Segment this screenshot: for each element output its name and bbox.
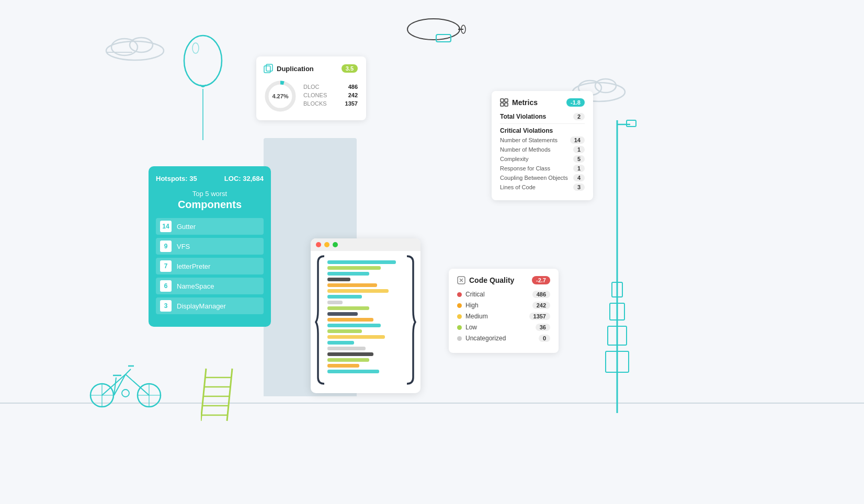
metrics-row-value: 1 bbox=[573, 165, 585, 172]
metrics-row-value: 3 bbox=[573, 184, 585, 191]
metrics-row-value: 14 bbox=[570, 136, 585, 144]
cq-row-label: Low bbox=[457, 324, 477, 331]
cq-row-text: Uncategorized bbox=[465, 335, 506, 342]
x-icon bbox=[457, 276, 465, 284]
cq-title: Code Quality bbox=[469, 276, 514, 284]
hotspots-label-text: Hotspots: bbox=[156, 175, 188, 182]
svg-rect-47 bbox=[505, 99, 508, 102]
svg-point-7 bbox=[407, 19, 460, 40]
hotspot-item: 7 letterPreter bbox=[156, 258, 264, 274]
clones-label: CLONES bbox=[303, 92, 327, 98]
close-dot bbox=[316, 242, 321, 247]
dloc-label: DLOC bbox=[303, 84, 320, 90]
duplication-body: 4.27% DLOC 486 CLONES 242 BLOCKS 1357 bbox=[264, 79, 358, 113]
clones-value: 242 bbox=[348, 92, 358, 98]
hotspot-num: 3 bbox=[160, 300, 172, 312]
cq-dot bbox=[457, 303, 462, 308]
loc-label-text: LOC: bbox=[224, 175, 241, 182]
svg-point-4 bbox=[184, 36, 222, 86]
metrics-title: Metrics bbox=[512, 98, 538, 107]
cq-row-text: High bbox=[465, 302, 479, 309]
hotspots-label: Hotspots: 35 bbox=[156, 175, 197, 182]
cq-title-row: Code Quality bbox=[457, 276, 514, 284]
loc-label: LOC: 32,684 bbox=[224, 175, 264, 182]
svg-point-27 bbox=[122, 390, 129, 397]
dloc-value: 486 bbox=[348, 84, 358, 90]
blocks-value: 1357 bbox=[345, 100, 358, 107]
clones-row: CLONES 242 bbox=[303, 92, 358, 98]
duplication-stats: DLOC 486 CLONES 242 BLOCKS 1357 bbox=[303, 84, 358, 109]
maximize-dot bbox=[333, 242, 338, 247]
cq-row-text: Low bbox=[465, 324, 477, 331]
cq-row-value: 242 bbox=[532, 302, 550, 309]
svg-point-1 bbox=[111, 39, 138, 55]
hotspots-card: Hotspots: 35 LOC: 32,684 Top 5 worst Com… bbox=[149, 166, 271, 327]
hotspot-name: VFS bbox=[177, 243, 190, 250]
duplication-card: Duplication 3.5 4.27% DLOC 486 CLONES 24… bbox=[256, 56, 366, 120]
metrics-row-label: Response for Class bbox=[500, 165, 550, 171]
svg-line-28 bbox=[201, 369, 206, 421]
metrics-row-value: 4 bbox=[573, 174, 585, 181]
cq-row: Uncategorized 0 bbox=[457, 335, 550, 342]
svg-rect-42 bbox=[264, 66, 270, 73]
hotspot-name: DisplayManager bbox=[177, 302, 226, 310]
metrics-row-value: 1 bbox=[573, 146, 585, 153]
svg-rect-46 bbox=[501, 99, 504, 102]
metrics-rows: Number of Statements 14 Number of Method… bbox=[500, 136, 585, 191]
svg-line-29 bbox=[227, 369, 232, 421]
cq-row-value: 36 bbox=[536, 324, 550, 331]
hotspot-name: letterPreter bbox=[177, 262, 210, 270]
metrics-title-row: Metrics bbox=[500, 98, 538, 107]
code-titlebar bbox=[311, 238, 420, 251]
svg-point-2 bbox=[130, 38, 153, 52]
hotspot-item: 9 VFS bbox=[156, 238, 264, 255]
hotspot-list: 14 Gutter 9 VFS 7 letterPreter 6 NameSpa… bbox=[156, 218, 264, 314]
metrics-header: Metrics -1.8 bbox=[500, 98, 585, 107]
cq-dot bbox=[457, 336, 462, 341]
svg-line-23 bbox=[126, 369, 131, 374]
hotspots-header: Hotspots: 35 LOC: 32,684 bbox=[156, 175, 264, 182]
duplication-title: Duplication bbox=[277, 65, 314, 73]
metrics-badge: -1.8 bbox=[566, 98, 585, 107]
svg-rect-37 bbox=[627, 120, 636, 127]
dloc-row: DLOC 486 bbox=[303, 84, 358, 90]
cq-dot bbox=[457, 325, 462, 330]
metrics-row-label: Lines of Code bbox=[500, 184, 536, 190]
cq-rows: Critical 486 High 242 Medium 1357 Low 36 bbox=[457, 291, 550, 342]
cq-row-text: Medium bbox=[465, 313, 488, 320]
donut-chart: 4.27% bbox=[264, 79, 297, 113]
cq-row-text: Critical bbox=[465, 291, 485, 298]
donut-label: 4.27% bbox=[272, 93, 288, 99]
metrics-row-label: Coupling Between Objects bbox=[500, 175, 568, 181]
hotspot-item: 6 NameSpace bbox=[156, 278, 264, 294]
metrics-row: Response for Class 1 bbox=[500, 165, 585, 172]
metrics-row: Complexity 5 bbox=[500, 155, 585, 163]
critical-violations-label: Critical Violations bbox=[500, 127, 585, 134]
cq-row: Low 36 bbox=[457, 324, 550, 331]
cq-row: Critical 486 bbox=[457, 291, 550, 298]
divider bbox=[500, 123, 585, 124]
copy-icon bbox=[264, 64, 273, 73]
blocks-label: BLOCKS bbox=[303, 100, 327, 107]
cq-row-label: Medium bbox=[457, 313, 488, 320]
svg-rect-48 bbox=[501, 103, 504, 106]
duplication-header: Duplication 3.5 bbox=[264, 64, 358, 73]
cloud-left bbox=[104, 32, 166, 63]
hotspots-value: 35 bbox=[189, 175, 197, 182]
street-pole-decoration bbox=[596, 115, 638, 420]
metrics-card: Metrics -1.8 Total Violations 2 Critical… bbox=[492, 91, 593, 200]
metrics-row: Number of Statements 14 bbox=[500, 136, 585, 144]
hotspot-num: 9 bbox=[160, 240, 172, 252]
metrics-row: Number of Methods 1 bbox=[500, 146, 585, 153]
cq-row: Medium 1357 bbox=[457, 313, 550, 320]
svg-point-13 bbox=[595, 79, 616, 93]
hotspot-item: 14 Gutter bbox=[156, 218, 264, 235]
metrics-row-label: Number of Statements bbox=[500, 137, 558, 143]
hotspot-name: NameSpace bbox=[177, 282, 214, 290]
duplication-badge: 3.5 bbox=[342, 64, 358, 73]
grid-icon bbox=[500, 98, 508, 107]
blimp-decoration bbox=[405, 15, 468, 48]
code-quality-card: Code Quality -2.7 Critical 486 High 242 … bbox=[449, 269, 559, 353]
metrics-row: Lines of Code 3 bbox=[500, 184, 585, 191]
cq-dot bbox=[457, 314, 462, 319]
